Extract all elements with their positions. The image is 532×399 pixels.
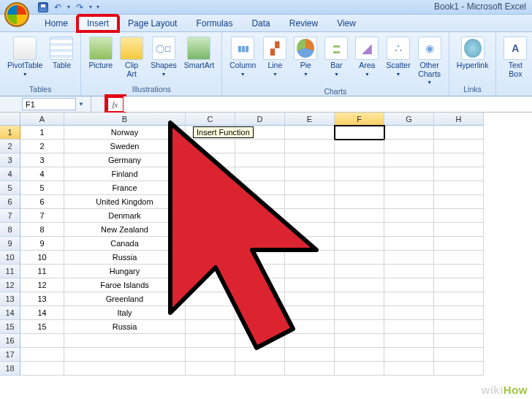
cell-F17[interactable] [335, 348, 384, 362]
cell-D17[interactable] [235, 348, 285, 362]
cell-E1[interactable] [285, 126, 335, 140]
cell-A10[interactable]: 10 [20, 251, 64, 265]
cell-A18[interactable] [20, 362, 64, 376]
cell-E14[interactable] [285, 306, 335, 320]
cell-D4[interactable] [235, 167, 285, 181]
cell-H18[interactable] [434, 362, 484, 376]
cell-A12[interactable]: 12 [20, 278, 64, 292]
cell-D10[interactable] [235, 251, 285, 265]
cell-C14[interactable] [186, 306, 235, 320]
other-charts-button[interactable]: Other Charts▼ [415, 35, 444, 86]
cell-B3[interactable]: Germany [64, 153, 186, 167]
column-chart-button[interactable]: Column▼ [227, 35, 259, 86]
cell-F18[interactable] [335, 362, 384, 376]
cell-C18[interactable] [186, 362, 235, 376]
cell-F4[interactable] [335, 167, 384, 181]
cell-B12[interactable]: Faroe Islands [64, 278, 186, 292]
row-header-2[interactable]: 2 [0, 140, 20, 153]
cell-C3[interactable] [186, 153, 235, 167]
cell-F15[interactable] [335, 320, 384, 334]
textbox-button[interactable]: Text Box [501, 35, 530, 80]
cell-G3[interactable] [384, 153, 434, 167]
cell-A7[interactable]: 7 [20, 209, 64, 223]
tab-home[interactable]: Home [35, 15, 77, 31]
cell-H9[interactable] [434, 237, 484, 251]
cell-B15[interactable]: Russia [64, 320, 186, 334]
cell-C2[interactable] [186, 140, 235, 153]
cell-H13[interactable] [434, 292, 484, 306]
cell-A9[interactable]: 9 [20, 237, 64, 251]
row-header-4[interactable]: 4 [0, 167, 20, 181]
cell-D14[interactable] [235, 306, 285, 320]
cell-D18[interactable] [235, 362, 285, 376]
cell-B10[interactable]: Russia [64, 251, 186, 265]
formula-input[interactable] [123, 96, 532, 112]
cell-F5[interactable] [335, 181, 384, 195]
cell-E2[interactable] [285, 140, 335, 153]
cell-F1[interactable] [335, 126, 384, 140]
tab-insert[interactable]: Insert [77, 15, 118, 31]
cell-B7[interactable]: Denmark [64, 209, 186, 223]
cell-H2[interactable] [434, 140, 484, 153]
cell-D6[interactable] [235, 195, 285, 209]
column-header-A[interactable]: A [20, 113, 64, 126]
cell-F11[interactable] [335, 265, 384, 278]
cell-H10[interactable] [434, 251, 484, 265]
cell-E3[interactable] [285, 153, 335, 167]
cell-C13[interactable] [186, 292, 235, 306]
cell-C5[interactable] [186, 181, 235, 195]
cell-H15[interactable] [434, 320, 484, 334]
cell-D15[interactable] [235, 320, 285, 334]
cell-A6[interactable]: 6 [20, 195, 64, 209]
cell-B9[interactable]: Canada [64, 237, 186, 251]
cell-C7[interactable] [186, 209, 235, 223]
cell-H17[interactable] [434, 348, 484, 362]
smartart-button[interactable]: SmartArt [181, 35, 217, 80]
cell-E11[interactable] [285, 265, 335, 278]
cell-E16[interactable] [285, 334, 335, 348]
tab-page-layout[interactable]: Page Layout [118, 15, 186, 31]
office-button[interactable] [4, 2, 29, 27]
pivottable-button[interactable]: PivotTable▼ [4, 35, 45, 78]
cell-G18[interactable] [384, 362, 434, 376]
line-chart-button[interactable]: Line▼ [260, 35, 289, 86]
cell-F7[interactable] [335, 209, 384, 223]
cell-G14[interactable] [384, 306, 434, 320]
cell-F3[interactable] [335, 153, 384, 167]
row-header-12[interactable]: 12 [0, 278, 20, 292]
cell-C15[interactable] [186, 320, 235, 334]
redo-icon[interactable]: ↷ [75, 2, 85, 12]
cell-C11[interactable] [186, 265, 235, 278]
row-header-16[interactable]: 16 [0, 334, 20, 348]
save-icon[interactable] [38, 2, 48, 12]
column-header-B[interactable]: B [64, 113, 186, 126]
cell-B6[interactable]: United Kingdom [64, 195, 186, 209]
cell-B5[interactable]: France [64, 181, 186, 195]
cell-E17[interactable] [285, 348, 335, 362]
cell-D2[interactable] [235, 140, 285, 153]
shapes-button[interactable]: Shapes▼ [148, 35, 180, 80]
column-header-C[interactable]: C [186, 113, 235, 126]
cell-E8[interactable] [285, 223, 335, 237]
cell-C8[interactable] [186, 223, 235, 237]
cell-A8[interactable]: 8 [20, 223, 64, 237]
cell-F12[interactable] [335, 278, 384, 292]
tab-formulas[interactable]: Formulas [186, 15, 242, 31]
insert-function-button[interactable]: fx [107, 97, 123, 112]
cell-D12[interactable] [235, 278, 285, 292]
tab-review[interactable]: Review [280, 15, 327, 31]
row-header-6[interactable]: 6 [0, 195, 20, 209]
cell-G10[interactable] [384, 251, 434, 265]
cell-A14[interactable]: 14 [20, 306, 64, 320]
cell-A5[interactable]: 5 [20, 181, 64, 195]
row-header-11[interactable]: 11 [0, 265, 20, 278]
cell-A16[interactable] [20, 334, 64, 348]
cell-G7[interactable] [384, 209, 434, 223]
pie-chart-button[interactable]: Pie▼ [291, 35, 320, 86]
cell-A1[interactable]: 1 [20, 126, 64, 140]
column-header-F[interactable]: F [335, 113, 384, 126]
cell-B8[interactable]: New Zealand [64, 223, 186, 237]
cell-H12[interactable] [434, 278, 484, 292]
cell-C10[interactable] [186, 251, 235, 265]
cell-D13[interactable] [235, 292, 285, 306]
